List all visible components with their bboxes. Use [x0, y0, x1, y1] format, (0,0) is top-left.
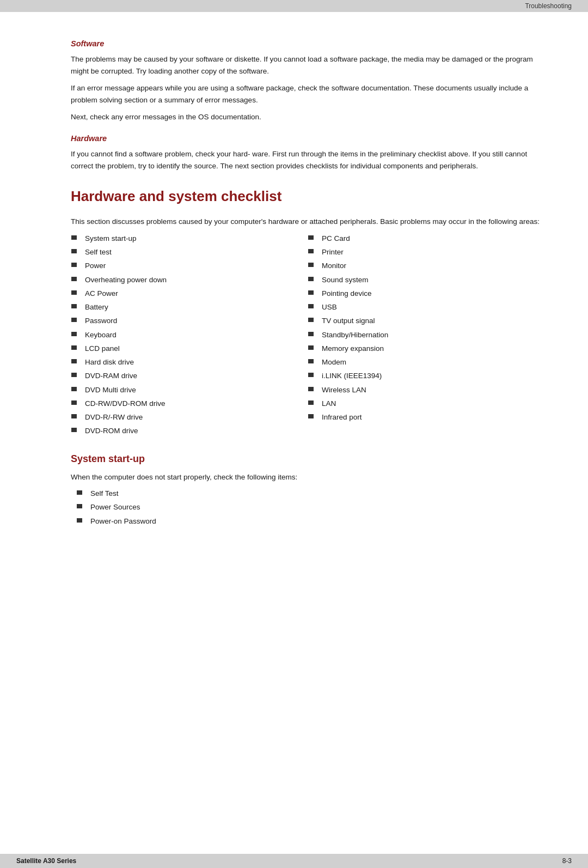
bullet-icon — [71, 316, 81, 326]
svg-rect-0 — [71, 235, 77, 240]
list-item: DVD-R/-RW drive — [71, 412, 308, 423]
svg-rect-2 — [71, 263, 77, 267]
svg-rect-24 — [308, 359, 314, 363]
svg-rect-31 — [77, 518, 82, 523]
top-bar: Troubleshooting — [0, 0, 588, 12]
bullet-icon — [308, 302, 317, 312]
svg-rect-13 — [71, 414, 77, 418]
list-item: TV output signal — [308, 315, 544, 326]
svg-rect-22 — [308, 332, 314, 336]
svg-rect-10 — [71, 373, 77, 377]
list-item-label: Battery — [85, 302, 108, 313]
list-item-label: Printer — [322, 247, 344, 258]
list-item: Standby/Hibernation — [308, 330, 544, 341]
svg-rect-21 — [308, 318, 314, 322]
list-item-label: CD-RW/DVD-ROM drive — [85, 398, 166, 409]
svg-rect-19 — [308, 290, 314, 295]
list-item: Power-on Password — [76, 516, 544, 527]
bullet-icon — [71, 399, 81, 409]
bullet-icon — [71, 261, 81, 271]
bullet-icon — [308, 289, 317, 299]
list-item-label: Keyboard — [85, 330, 117, 341]
list-item: Sound system — [308, 275, 544, 286]
list-item: DVD-ROM drive — [71, 426, 308, 436]
list-item: LCD panel — [71, 343, 308, 354]
svg-rect-27 — [308, 400, 314, 405]
list-item-label: Memory expansion — [322, 343, 384, 354]
svg-rect-7 — [71, 332, 77, 336]
list-item-label: Infrared port — [322, 412, 362, 423]
svg-rect-18 — [308, 277, 314, 281]
footer-right: 8-3 — [562, 857, 572, 865]
list-item: PC Card — [308, 233, 544, 244]
list-item: Self test — [71, 247, 308, 258]
list-item-label: Self Test — [90, 488, 119, 499]
bullet-icon — [76, 517, 86, 526]
svg-rect-20 — [308, 304, 314, 308]
list-item-label: Power-on Password — [90, 516, 156, 527]
list-item: AC Power — [71, 288, 308, 299]
checklist-right-col: PC Card Printer Monitor Sound system Poi… — [308, 233, 544, 440]
bullet-icon — [71, 302, 81, 312]
svg-rect-9 — [71, 359, 77, 363]
list-item: CD-RW/DVD-ROM drive — [71, 398, 308, 409]
bullet-icon — [71, 330, 81, 340]
software-para2: If an error message appears while you ar… — [71, 82, 544, 106]
footer-left: Satellite A30 Series — [16, 857, 76, 865]
bullet-icon — [308, 247, 317, 257]
svg-rect-28 — [308, 414, 314, 418]
list-item-label: Hard disk drive — [85, 357, 134, 368]
svg-rect-16 — [308, 249, 314, 253]
software-heading: Software — [71, 39, 544, 48]
list-item-label: Wireless LAN — [322, 385, 366, 396]
svg-rect-29 — [77, 490, 82, 495]
bullet-icon — [71, 247, 81, 257]
list-item-label: DVD-RAM drive — [85, 371, 137, 381]
list-item: i.LINK (IEEE1394) — [308, 371, 544, 381]
bullet-icon — [71, 412, 81, 422]
list-item-label: Sound system — [322, 275, 369, 286]
svg-rect-25 — [308, 373, 314, 377]
bullet-icon — [71, 426, 81, 436]
checklist-left-col: System start-up Self test Power Overheat… — [71, 233, 308, 440]
bullet-icon — [76, 502, 86, 512]
hardware-heading: Hardware — [71, 134, 544, 143]
list-item: Password — [71, 315, 308, 326]
system-startup-heading: System start-up — [71, 453, 544, 465]
bullet-icon — [71, 344, 81, 354]
list-item-label: Pointing device — [322, 288, 372, 299]
list-item-label: Monitor — [322, 260, 346, 271]
system-startup-intro: When the computer does not start properl… — [71, 471, 544, 483]
bullet-icon — [71, 234, 81, 244]
bullet-icon — [308, 344, 317, 354]
bullet-icon — [71, 289, 81, 299]
list-item-label: Power — [85, 260, 106, 271]
bullet-icon — [71, 275, 81, 285]
bullet-icon — [308, 330, 317, 340]
svg-rect-26 — [308, 387, 314, 391]
svg-rect-15 — [308, 235, 314, 240]
list-item: Keyboard — [71, 330, 308, 341]
bullet-icon — [308, 275, 317, 285]
bullet-icon — [308, 316, 317, 326]
list-item-label: PC Card — [322, 233, 350, 244]
list-item: USB — [308, 302, 544, 313]
list-item: Wireless LAN — [308, 385, 544, 396]
list-item-label: Overheating power down — [85, 275, 167, 286]
list-item-label: LAN — [322, 398, 336, 409]
main-content: Software The problems may be caused by y… — [0, 12, 588, 868]
list-item: Hard disk drive — [71, 357, 308, 368]
list-item: System start-up — [71, 233, 308, 244]
list-item: DVD-RAM drive — [71, 371, 308, 381]
svg-rect-12 — [71, 400, 77, 405]
list-item: Monitor — [308, 260, 544, 271]
list-item-label: Modem — [322, 357, 346, 368]
list-item: Power Sources — [76, 502, 544, 513]
footer-bar: Satellite A30 Series 8-3 — [0, 854, 588, 868]
list-item: Printer — [308, 247, 544, 258]
list-item: Infrared port — [308, 412, 544, 423]
software-para1: The problems may be caused by your softw… — [71, 53, 544, 77]
list-item: Modem — [308, 357, 544, 368]
list-item: LAN — [308, 398, 544, 409]
svg-rect-14 — [71, 428, 77, 432]
